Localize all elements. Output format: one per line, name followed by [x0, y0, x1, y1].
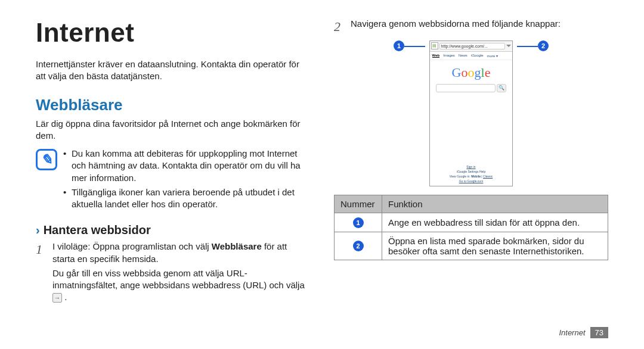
- phone-search-input: [436, 84, 496, 92]
- phone-viewline-bold: Mobile: [471, 174, 481, 178]
- callout-1: 1: [394, 40, 404, 51]
- page-footer: Internet 73: [559, 327, 608, 338]
- note-block: ✎ Du kan komma att debiteras för uppkopp…: [36, 148, 310, 213]
- phone-body: Google 🔍: [430, 60, 513, 92]
- left-column: Internet Internettjänster kräver en data…: [36, 18, 310, 307]
- phone-tab-igoogle: iGoogle: [471, 54, 484, 57]
- chevron-icon: ›: [36, 223, 40, 237]
- phone-mockup-wrap: 1 ▤ http://www.google.com/... Web Images…: [394, 40, 549, 186]
- phone-mockup: ▤ http://www.google.com/... Web Images N…: [429, 40, 513, 186]
- go-icon: →: [52, 293, 62, 303]
- phone-search-row: 🔍: [430, 84, 513, 92]
- step-1-para2: Du går till en viss webbsida genom att v…: [52, 267, 310, 304]
- step-1-pre: I viloläge: Öppna programlistan och välj: [52, 241, 212, 251]
- bookmark-dropdown-icon: [506, 45, 511, 47]
- note-bullet-1: Du kan komma att debiteras för uppkoppli…: [63, 148, 310, 184]
- section-heading-webblasare: Webbläsare: [36, 96, 310, 114]
- phone-viewline-pre: View Google in:: [450, 174, 471, 178]
- function-table: Nummer Funktion 1 Ange en webbadress til…: [334, 195, 608, 260]
- phone-footer: Sign in iGoogle Settings Help View Googl…: [430, 164, 513, 183]
- step-2-text: Navigera genom webbsidorna med följande …: [351, 18, 608, 36]
- table-header-funktion: Funktion: [382, 195, 608, 213]
- table-row: 2 Öppna en lista med sparade bokmärken, …: [335, 232, 608, 260]
- page-title: Internet: [36, 18, 310, 48]
- right-column: 2 Navigera genom webbsidorna med följand…: [334, 18, 608, 307]
- page-footer-label: Internet: [559, 328, 585, 337]
- note-icon-glyph: ✎: [41, 151, 52, 168]
- bookmark-tab-icon: ▤: [431, 42, 438, 49]
- callout-2: 2: [538, 40, 549, 51]
- phone-viewline: View Google in: Mobile | Classic: [430, 174, 513, 179]
- step-2: 2 Navigera genom webbsidorna med följand…: [334, 18, 608, 36]
- sub-heading-row: › Hantera webbsidor: [36, 223, 310, 237]
- phone-gocom: Go to Google.com: [459, 179, 484, 183]
- phone-tab-news: News: [459, 54, 467, 57]
- row-desc-2: Öppna en lista med sparade bokmärken, si…: [382, 232, 608, 260]
- row-num-2: 2: [353, 241, 364, 251]
- sub-heading: Hantera webbsidor: [44, 223, 151, 237]
- phone-tab-web: Web: [432, 54, 440, 58]
- table-header-row: Nummer Funktion: [335, 195, 608, 213]
- intro-paragraph: Internettjänster kräver en dataanslutnin…: [36, 58, 310, 83]
- note-bullet-2: Tillgängliga ikoner kan variera beroende…: [63, 186, 310, 211]
- phone-viewline-classic: Classic: [483, 174, 493, 178]
- step-1: 1 I viloläge: Öppna programlistan och vä…: [36, 241, 310, 303]
- page-number: 73: [590, 327, 608, 338]
- note-icon: ✎: [36, 149, 57, 170]
- phone-footer-links: iGoogle Settings Help: [430, 169, 513, 174]
- callout-2-wrap: 2: [518, 40, 549, 51]
- phone-url-text: http://www.google.com/...: [439, 43, 506, 49]
- step-1-number: 1: [36, 241, 47, 303]
- step-1-bold: Webbläsare: [212, 241, 262, 251]
- phone-signin: Sign in: [466, 165, 475, 169]
- google-logo: Google: [430, 65, 513, 80]
- row-desc-1: Ange en webbadress till sidan för att öp…: [382, 213, 608, 232]
- phone-tab-more: more ▾: [487, 54, 498, 58]
- callout-1-line: [404, 46, 425, 47]
- note-bullets: Du kan komma att debiteras för uppkoppli…: [63, 148, 310, 213]
- table-row: 1 Ange en webbadress till sidan för att …: [335, 213, 608, 232]
- page-content: Internet Internettjänster kräver en data…: [0, 0, 644, 313]
- phone-search-button-icon: 🔍: [497, 84, 506, 92]
- callout-2-line: [517, 46, 538, 47]
- phone-url-bar: ▤ http://www.google.com/...: [430, 41, 513, 52]
- step-1-body: I viloläge: Öppna programlistan och välj…: [52, 241, 310, 303]
- phone-tab-row: Web Images News iGoogle more ▾: [430, 52, 513, 60]
- section-description: Lär dig öppna dina favoritsidor på Inter…: [36, 118, 310, 142]
- phone-tab-images: Images: [443, 54, 455, 57]
- step-1-para2-text: Du går till en viss webbsida genom att v…: [52, 268, 305, 290]
- step-2-number: 2: [334, 18, 345, 36]
- callout-1-wrap: 1: [394, 40, 425, 51]
- table-header-nummer: Nummer: [335, 195, 382, 213]
- row-num-1: 1: [353, 217, 364, 228]
